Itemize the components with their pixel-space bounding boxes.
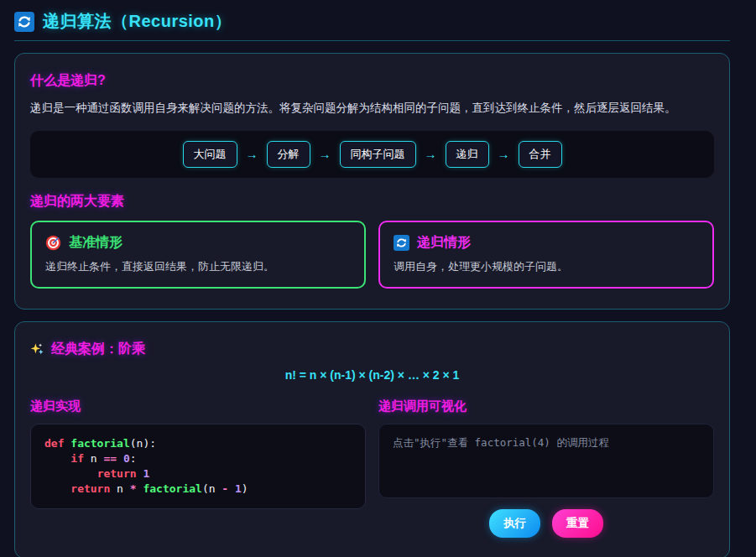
sparkles-icon [30,342,44,357]
flow-step: 分解 [267,141,310,168]
factorial-formula: n! = n × (n-1) × (n-2) × … × 2 × 1 [30,368,714,382]
case-title-row: 递归情形 [394,234,699,252]
target-icon [45,235,61,251]
app-header: 递归算法（Recursion） [14,10,730,41]
case-description: 递归终止条件，直接返回结果，防止无限递归。 [45,259,351,274]
intro-description: 递归是一种通过函数调用自身来解决问题的方法。将复杂问题分解为结构相同的子问题，直… [30,100,714,117]
run-button[interactable]: 执行 [489,509,540,538]
flow-arrow-icon: → [498,147,510,161]
code-line: return n * factorial(n - 1) [44,482,352,497]
visualization-placeholder: 点击"执行"查看 factorial(4) 的调用过程 [393,436,609,449]
flow-step: 合并 [519,141,562,168]
page: 递归算法（Recursion） 什么是递归? 递归是一种通过函数调用自身来解决问… [0,10,756,557]
action-buttons: 执行 重置 [378,509,714,538]
cases-grid: 基准情形 递归终止条件，直接返回结果，防止无限递归。 递归情形 调用自身，处理更… [30,221,714,289]
code-line: if n == 0: [44,451,352,466]
case-box-recursive: 递归情形 调用自身，处理更小规模的子问题。 [378,221,714,289]
flow-arrow-icon: → [246,147,258,161]
flow-step: 同构子问题 [340,141,416,168]
visualization-column: 递归调用可视化 点击"执行"查看 factorial(4) 的调用过程 执行 重… [378,398,714,538]
intro-heading: 什么是递归? [30,72,714,90]
implementation-heading: 递归实现 [30,398,366,414]
intro-card: 什么是递归? 递归是一种通过函数调用自身来解决问题的方法。将复杂问题分解为结构相… [14,53,730,310]
case-title-row: 基准情形 [45,234,351,252]
flow-arrow-icon: → [425,147,437,161]
code-line: return 1 [44,466,352,482]
flow-diagram: 大问题→分解→同构子问题→递归→合并 [30,131,714,178]
flow-step: 递归 [446,141,489,168]
page-title: 递归算法（Recursion） [43,10,232,33]
case-description: 调用自身，处理更小规模的子问题。 [394,259,699,274]
code-line: def factorial(n): [44,436,352,451]
flow-arrow-icon: → [319,147,331,161]
visualization-output: 点击"执行"查看 factorial(4) 的调用过程 [378,424,714,498]
example-card: 经典案例：阶乘 n! = n × (n-1) × (n-2) × … × 2 ×… [14,321,730,557]
code-block: def factorial(n): if n == 0: return 1 re… [30,424,366,509]
flow-step: 大问题 [183,141,237,168]
case-title: 基准情形 [69,234,123,252]
visualization-heading: 递归调用可视化 [378,398,714,414]
example-grid: 递归实现 def factorial(n): if n == 0: return… [30,398,714,538]
elements-heading: 递归的两大要素 [30,193,714,211]
recycle-icon [394,235,409,251]
case-box-base: 基准情形 递归终止条件，直接返回结果，防止无限递归。 [30,221,366,289]
implementation-column: 递归实现 def factorial(n): if n == 0: return… [30,398,366,509]
example-heading-text: 经典案例：阶乘 [51,341,145,358]
refresh-icon [14,12,34,32]
case-title: 递归情形 [417,234,471,252]
reset-button[interactable]: 重置 [552,509,603,538]
example-heading: 经典案例：阶乘 [30,341,714,358]
